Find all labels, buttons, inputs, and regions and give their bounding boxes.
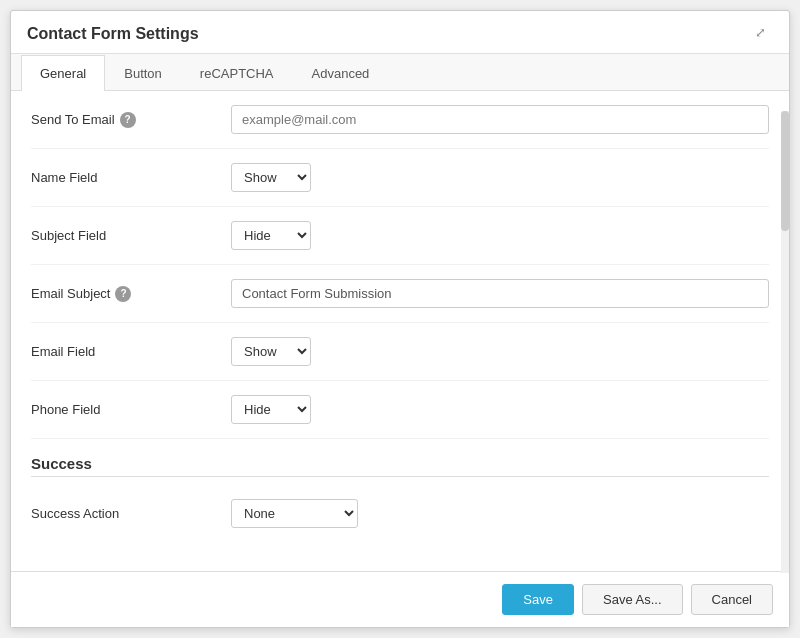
- phone-field-control: Show Hide: [231, 395, 769, 424]
- phone-field-label: Phone Field: [31, 402, 231, 417]
- tab-general[interactable]: General: [21, 55, 105, 91]
- tabs-bar: General Button reCAPTCHA Advanced: [11, 54, 789, 91]
- cancel-button[interactable]: Cancel: [691, 584, 773, 615]
- contact-form-settings-dialog: Contact Form Settings ⤢ General Button r…: [10, 10, 790, 628]
- send-to-email-control: [231, 105, 769, 134]
- dialog-header: Contact Form Settings ⤢: [11, 11, 789, 54]
- dialog-footer: Save Save As... Cancel: [11, 571, 789, 627]
- dialog-title: Contact Form Settings: [27, 25, 199, 43]
- email-subject-label: Email Subject ?: [31, 286, 231, 302]
- email-subject-input[interactable]: [231, 279, 769, 308]
- dialog-body: Send To Email ? Name Field Show Hide Sub…: [11, 91, 789, 571]
- success-action-control: None Show Message Redirect: [231, 499, 769, 528]
- email-subject-row: Email Subject ?: [31, 265, 769, 323]
- name-field-row: Name Field Show Hide: [31, 149, 769, 207]
- scrollbar-thumb[interactable]: [781, 111, 789, 231]
- subject-field-row: Subject Field Show Hide: [31, 207, 769, 265]
- expand-icon[interactable]: ⤢: [755, 25, 773, 43]
- success-section-title: Success: [31, 455, 769, 472]
- send-to-email-help-icon[interactable]: ?: [120, 112, 136, 128]
- name-field-control: Show Hide: [231, 163, 769, 192]
- tab-button[interactable]: Button: [105, 55, 181, 91]
- scrollbar-track: [781, 111, 789, 573]
- name-field-select[interactable]: Show Hide: [231, 163, 311, 192]
- success-action-label: Success Action: [31, 506, 231, 521]
- email-field-label: Email Field: [31, 344, 231, 359]
- save-as-button[interactable]: Save As...: [582, 584, 683, 615]
- phone-field-row: Phone Field Show Hide: [31, 381, 769, 439]
- send-to-email-input[interactable]: [231, 105, 769, 134]
- subject-field-select[interactable]: Show Hide: [231, 221, 311, 250]
- email-field-control: Show Hide: [231, 337, 769, 366]
- send-to-email-label: Send To Email ?: [31, 112, 231, 128]
- name-field-label: Name Field: [31, 170, 231, 185]
- email-subject-control: [231, 279, 769, 308]
- subject-field-control: Show Hide: [231, 221, 769, 250]
- email-field-row: Email Field Show Hide: [31, 323, 769, 381]
- phone-field-select[interactable]: Show Hide: [231, 395, 311, 424]
- save-button[interactable]: Save: [502, 584, 574, 615]
- subject-field-label: Subject Field: [31, 228, 231, 243]
- success-action-row: Success Action None Show Message Redirec…: [31, 485, 769, 542]
- success-section-divider: [31, 476, 769, 477]
- tab-recaptcha[interactable]: reCAPTCHA: [181, 55, 293, 91]
- send-to-email-row: Send To Email ?: [31, 91, 769, 149]
- success-action-select[interactable]: None Show Message Redirect: [231, 499, 358, 528]
- email-field-select[interactable]: Show Hide: [231, 337, 311, 366]
- tab-advanced[interactable]: Advanced: [293, 55, 389, 91]
- success-section-header: Success: [31, 439, 769, 485]
- email-subject-help-icon[interactable]: ?: [115, 286, 131, 302]
